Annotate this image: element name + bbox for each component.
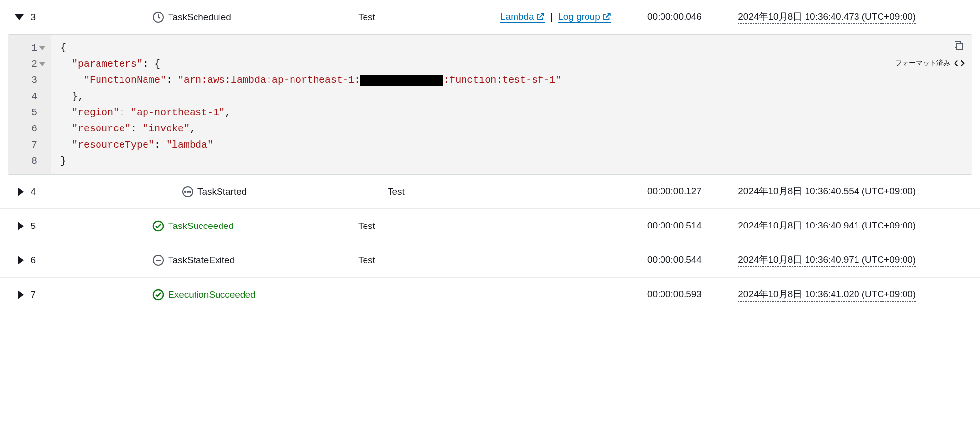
event-type-label: TaskStarted — [197, 186, 246, 197]
svg-point-5 — [190, 191, 191, 192]
event-row[interactable]: 6 TaskStateExited Test 00:00:00.544 2024… — [0, 243, 980, 278]
expand-icon[interactable] — [18, 290, 24, 299]
svg-point-3 — [185, 191, 186, 192]
event-duration: 00:00:00.046 — [647, 11, 735, 22]
clock-icon — [152, 11, 164, 23]
event-row[interactable]: 5 TaskSucceeded Test 00:00:00.514 2024年1… — [0, 209, 980, 243]
event-timestamp: 2024年10月8日 10:36:40.554 (UTC+09:00) — [738, 185, 916, 199]
event-type: TaskSucceeded — [152, 220, 358, 232]
event-duration: 00:00:00.514 — [647, 220, 735, 231]
event-duration: 00:00:00.544 — [647, 254, 735, 265]
svg-point-4 — [187, 191, 188, 192]
row-index: 3 — [30, 12, 36, 23]
event-type-label: ExecutionSucceeded — [168, 289, 256, 300]
external-link-icon — [536, 12, 545, 21]
check-circle-icon — [152, 220, 164, 232]
check-circle-icon — [152, 289, 164, 301]
ellipsis-icon — [182, 186, 194, 198]
code-icon — [954, 58, 965, 69]
event-row[interactable]: 3 TaskScheduled Test Lambda | Log group … — [0, 0, 980, 34]
lambda-link[interactable]: Lambda — [500, 11, 545, 23]
code-body[interactable]: { "parameters": { "FunctionName": "arn:a… — [51, 35, 972, 174]
event-step: Test — [358, 12, 500, 23]
copy-icon — [953, 40, 965, 51]
event-row[interactable]: 7 ExecutionSucceeded 00:00:00.593 2024年1… — [0, 278, 980, 312]
event-timestamp: 2024年10月8日 10:36:40.941 (UTC+09:00) — [738, 219, 916, 233]
event-type: ExecutionSucceeded — [152, 289, 358, 301]
event-type-label: TaskScheduled — [168, 12, 231, 23]
row-index: 5 — [30, 221, 36, 231]
event-timestamp: 2024年10月8日 10:36:41.020 (UTC+09:00) — [738, 288, 916, 302]
redacted-account-id — [360, 75, 443, 86]
expand-icon[interactable] — [18, 222, 24, 230]
collapse-icon[interactable] — [15, 14, 24, 20]
svg-rect-1 — [957, 44, 963, 50]
event-timestamp: 2024年10月8日 10:36:40.473 (UTC+09:00) — [738, 10, 916, 24]
fold-icon[interactable] — [39, 46, 45, 50]
event-step: Test — [358, 255, 500, 266]
event-type-label: TaskSucceeded — [168, 221, 234, 231]
event-type: TaskStarted — [152, 186, 358, 198]
row-index: 6 — [30, 255, 36, 266]
row-index: 4 — [30, 186, 36, 197]
event-resource-links: Lambda | Log group — [500, 11, 647, 23]
event-history-table: 3 TaskScheduled Test Lambda | Log group … — [0, 0, 980, 312]
code-gutter: 1 2 3 4 5 6 7 8 — [8, 35, 51, 174]
event-row[interactable]: 4 TaskStarted Test 00:00:00.127 2024年10月… — [0, 175, 980, 209]
event-step: Test — [358, 186, 500, 197]
copy-button[interactable] — [953, 40, 965, 53]
log-group-link[interactable]: Log group — [558, 11, 611, 23]
row-index: 7 — [30, 289, 36, 300]
event-timestamp: 2024年10月8日 10:36:40.971 (UTC+09:00) — [738, 254, 916, 267]
event-duration: 00:00:00.593 — [647, 289, 735, 300]
fold-icon[interactable] — [39, 62, 45, 66]
link-separator: | — [550, 11, 553, 22]
minus-circle-icon — [152, 254, 164, 266]
format-toggle[interactable]: フォーマット済み — [895, 58, 965, 69]
expand-icon[interactable] — [18, 256, 24, 265]
event-type-label: TaskStateExited — [168, 255, 235, 266]
event-detail-json: フォーマット済み 1 2 3 4 5 6 7 8 { "parameters":… — [8, 34, 972, 175]
external-link-icon — [602, 12, 611, 21]
event-step: Test — [358, 221, 500, 231]
event-duration: 00:00:00.127 — [647, 186, 735, 197]
expand-icon[interactable] — [18, 187, 24, 196]
event-type: TaskScheduled — [152, 11, 358, 23]
event-type: TaskStateExited — [152, 254, 358, 266]
